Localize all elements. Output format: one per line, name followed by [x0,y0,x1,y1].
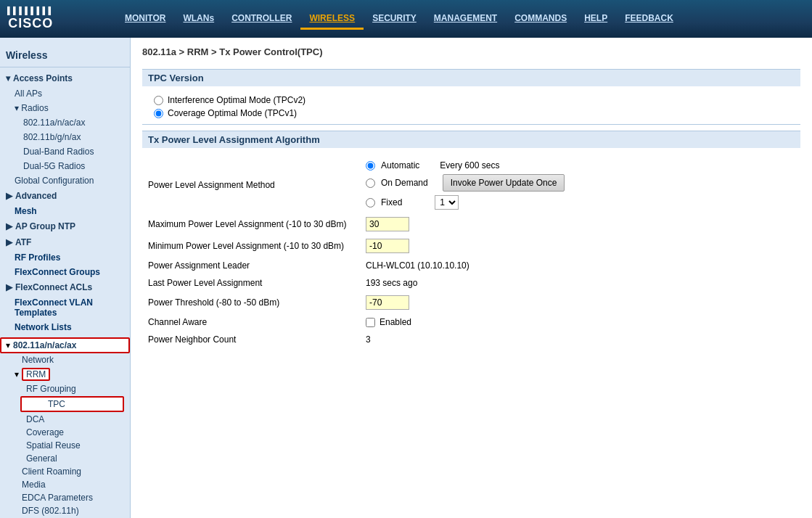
channel-aware-label: Channel Aware [142,313,360,331]
option-on-demand: On Demand Invoke Power Update Once [366,174,795,192]
cisco-bars-icon: ▌▌▌▌▌▌▌▌ [7,7,54,15]
invoke-power-update-button[interactable]: Invoke Power Update Once [443,174,565,192]
tpc-version-options: Interference Optimal Mode (TPCv2) Covera… [154,95,789,118]
table-row-last-assignment: Last Power Level Assignment 193 secs ago [142,274,800,292]
nav-management[interactable]: MANAGEMENT [425,9,506,30]
nav-help[interactable]: HELP [575,9,616,30]
power-threshold-input[interactable] [366,295,409,310]
max-power-input[interactable] [366,217,409,231]
sidebar-edca[interactable]: EDCA Parameters [0,491,130,504]
ondemand-radio[interactable] [366,178,375,188]
sidebar-radios[interactable]: ▾ Radios [0,101,130,115]
table-row-neighbor-count: Power Neighbor Count 3 [142,331,800,348]
content-area: 802.11a > RRM > Tx Power Control(TPC) TP… [131,38,812,518]
triangle-right-icon: ▶ [6,191,12,201]
table-row-max-power: Maximum Power Level Assignment (-10 to 3… [142,213,800,235]
power-threshold-value [360,292,800,313]
sidebar-80211a[interactable]: 802.11a/n/ac/ax [0,115,130,130]
sidebar-spatial-reuse[interactable]: Spatial Reuse [0,439,130,452]
sidebar-coverage[interactable]: Coverage [0,426,130,439]
max-power-value [360,213,800,235]
triangle-right-icon2: ▶ [6,221,12,231]
sidebar-access-points-label: Access Points [13,73,73,83]
sidebar-dfs[interactable]: DFS (802.11h) [0,504,130,517]
tpcv2-radio[interactable] [154,96,163,105]
assignment-method-label: Power Level Assignment Method [142,157,360,213]
sidebar-80211b[interactable]: 802.11b/g/n/ax [0,130,130,144]
fixed-radio[interactable] [366,198,375,207]
last-assignment-label: Last Power Level Assignment [142,274,360,292]
channel-aware-checkbox-row: Enabled [366,317,795,327]
sidebar-rf-profiles[interactable]: RF Profiles [0,250,130,265]
sidebar-flexconnect-vlan[interactable]: FlexConnect VLAN Templates [0,295,130,320]
main-nav: MONITOR WLANs CONTROLLER WIRELESS SECURI… [116,9,805,30]
triangle-icon: ▾ [6,73,10,83]
tpcv1-radio[interactable] [154,109,163,118]
option-fixed: Fixed 1234 5678 [366,195,795,210]
sidebar-network-lists[interactable]: Network Lists [0,320,130,334]
nav-monitor[interactable]: MONITOR [116,9,174,30]
top-nav-bar: ▌▌▌▌▌▌▌▌ CISCO MONITOR WLANs CONTROLLER … [0,0,812,38]
sidebar-ap-group-ntp[interactable]: ▶ AP Group NTP [0,218,130,234]
table-row-channel-aware: Channel Aware Enabled [142,313,800,331]
sidebar-item-advanced[interactable]: ▶ Advanced [0,188,130,204]
tpc-v1-option[interactable]: Coverage Optimal Mode (TPCv1) [154,108,789,118]
sidebar-80211a-active-group[interactable]: ▾ 802.11a/n/ac/ax [0,337,130,353]
tpc-v2-option[interactable]: Interference Optimal Mode (TPCv2) [154,95,789,105]
triangle-right-icon4: ▶ [6,282,12,292]
channel-aware-enabled-label: Enabled [380,317,411,327]
rrm-triangle: ▾ [15,369,19,379]
fixed-dropdown[interactable]: 1234 5678 [435,195,459,210]
sidebar-advanced-label: Advanced [15,191,57,201]
triangle-right-icon3: ▶ [6,237,12,247]
nav-wireless[interactable]: WIRELESS [300,9,364,30]
sidebar-flexconnect-groups[interactable]: FlexConnect Groups [0,265,130,279]
sidebar-dual-band[interactable]: Dual-Band Radios [0,144,130,159]
auto-radio[interactable] [366,161,375,170]
power-leader-value: CLH-WLC01 (10.10.10.10) [360,257,800,274]
sidebar-tpc[interactable]: TPC [20,396,124,412]
sidebar-network[interactable]: Network [0,353,130,366]
sidebar-dca[interactable]: DCA [0,413,130,426]
sidebar-media[interactable]: Media [0,478,130,491]
assignment-method-value: Automatic Every 600 secs On Demand Invok… [360,157,800,213]
sidebar-atf-label: ATF [15,237,31,247]
min-power-label: Minimum Power Level Assignment (-10 to 3… [142,235,360,257]
sidebar-item-access-points[interactable]: ▾ Access Points [0,70,130,86]
sidebar-client-roaming[interactable]: Client Roaming [0,465,130,478]
divider1 [142,124,800,125]
nav-feedback[interactable]: FEEDBACK [616,9,682,30]
nav-controller[interactable]: CONTROLLER [223,9,300,30]
triangle-down-icon: ▾ [6,340,10,350]
sidebar-dual-5g[interactable]: Dual-5G Radios [0,159,130,173]
sidebar-rrm[interactable]: ▾ RRM [0,366,130,382]
breadcrumb: 802.11a > RRM > Tx Power Control(TPC) [142,46,800,57]
nav-commands[interactable]: COMMANDS [506,9,575,30]
sidebar-all-aps[interactable]: All APs [0,86,130,101]
cisco-logo: CISCO [8,16,53,31]
sidebar-mesh[interactable]: Mesh [0,204,130,218]
sidebar-flexconnect-acls[interactable]: ▶ FlexConnect ACLs [0,279,130,295]
sidebar-atf[interactable]: ▶ ATF [0,234,130,250]
last-assignment-value: 193 secs ago [360,274,800,292]
channel-aware-value: Enabled [360,313,800,331]
tx-power-header: Tx Power Level Assignment Algorithm [142,131,800,148]
sidebar-rf-grouping[interactable]: RF Grouping [0,382,130,395]
min-power-input[interactable] [366,239,409,253]
sidebar: Wireless ▾ Access Points All APs ▾ Radio… [0,38,131,518]
logo-area: ▌▌▌▌▌▌▌▌ CISCO [7,7,102,31]
channel-aware-checkbox[interactable] [366,318,375,327]
auto-label: Automatic [381,160,419,170]
sidebar-ap-group-ntp-label: AP Group NTP [15,221,75,231]
sidebar-rrm-label[interactable]: RRM [22,368,50,381]
nav-wlans[interactable]: WLANs [174,9,223,30]
neighbor-count-label: Power Neighbor Count [142,331,360,348]
neighbor-count-value: 3 [360,331,800,348]
sidebar-global-config[interactable]: Global Configuration [0,173,130,188]
tpc-version-header: TPC Version [142,69,800,86]
sidebar-general[interactable]: General [0,452,130,465]
table-row-power-leader: Power Assignment Leader CLH-WLC01 (10.10… [142,257,800,274]
tpcv2-label: Interference Optimal Mode (TPCv2) [168,95,305,105]
table-row-min-power: Minimum Power Level Assignment (-10 to 3… [142,235,800,257]
nav-security[interactable]: SECURITY [364,9,425,30]
